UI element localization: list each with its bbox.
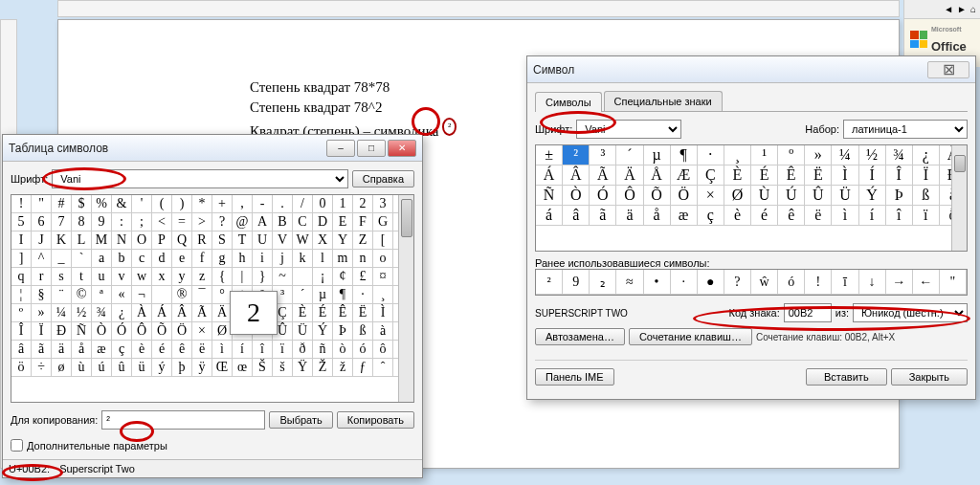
charmap-cell[interactable]: E [333, 213, 353, 231]
charmap-cell[interactable]: B [273, 213, 293, 231]
charmap-cell[interactable]: ¦ [11, 286, 32, 304]
symbol-cell[interactable]: × [698, 186, 724, 206]
charmap-cell[interactable]: { [212, 268, 233, 286]
charmap-cell[interactable]: 9 [92, 213, 112, 231]
charmap-cell[interactable]: ÷ [32, 359, 52, 377]
charmap-cell[interactable]: £ [353, 268, 373, 286]
charmap-cell[interactable]: æ [92, 341, 112, 359]
charmap-grid[interactable]: !"#$%&'()*+,-./0123456789:;<=>?@ABCDEFGH… [11, 194, 414, 403]
symbol-cell[interactable]: Ò [563, 186, 590, 206]
charmap-cell[interactable]: | [233, 268, 253, 286]
charmap-cell[interactable]: d [152, 250, 172, 268]
minimize-button[interactable]: – [326, 140, 355, 157]
charmap-cell[interactable]: ž [333, 359, 353, 377]
charmap-cell[interactable]: ´ [293, 286, 313, 304]
charmap-cell[interactable]: < [152, 213, 172, 231]
charmap-cell[interactable]: è [132, 341, 152, 359]
charmap-cell[interactable]: I [11, 231, 32, 250]
charmap-cell[interactable]: 1 [333, 195, 353, 213]
charmap-cell[interactable]: ? [212, 213, 233, 231]
charmap-cell[interactable]: ü [132, 359, 152, 377]
charmap-cell[interactable]: ~ [273, 268, 293, 286]
charmap-cell[interactable]: ë [192, 341, 212, 359]
charmap-cell[interactable]: / [293, 195, 313, 213]
charmap-cell[interactable]: ( [152, 195, 172, 213]
charmap-cell[interactable]: û [112, 359, 132, 377]
charmap-cell[interactable]: } [253, 268, 273, 286]
recent-cell[interactable]: ← [913, 270, 940, 295]
symbol-cell[interactable]: Ý [859, 186, 886, 206]
charmap-cell[interactable]: ª [92, 286, 112, 304]
charmap-cell[interactable]: h [233, 250, 253, 268]
charmap-cell[interactable]: + [212, 195, 233, 213]
symbol-cell[interactable]: ç [698, 206, 724, 226]
charmap-cell[interactable]: Z [353, 231, 373, 250]
symbol-cell[interactable]: ³ [590, 145, 616, 165]
symbol-cell[interactable]: Ö [671, 186, 698, 206]
symbol-cell[interactable]: ½ [859, 145, 886, 165]
charmap-cell[interactable]: % [92, 195, 112, 213]
charmap-cell[interactable]: é [152, 341, 172, 359]
charmap-cell[interactable]: V [273, 231, 293, 250]
charmap-cell[interactable]: ý [152, 359, 172, 377]
charmap-cell[interactable]: ¡ [313, 268, 333, 286]
symbol-cell[interactable]: Ø [724, 186, 751, 206]
charmap-cell[interactable]: C [293, 213, 313, 231]
charmap-cell[interactable]: ¬ [132, 286, 152, 304]
recent-cell[interactable]: ó [778, 270, 805, 295]
charmap-cell[interactable]: â [11, 341, 32, 359]
charmap-cell[interactable]: ' [132, 195, 152, 213]
symbol-cell[interactable]: Ê [778, 165, 805, 186]
recent-cell[interactable]: ● [698, 270, 724, 295]
charmap-cell[interactable]: Ò [92, 322, 112, 341]
charmap-cell[interactable]: Ÿ [293, 359, 313, 377]
charmap-cell[interactable]: À [132, 304, 152, 322]
charmap-cell[interactable]: 3 [373, 195, 393, 213]
charmap-cell[interactable]: » [32, 304, 52, 322]
symbol-cell[interactable]: » [805, 145, 832, 165]
home-icon[interactable]: ⌂ [970, 4, 976, 14]
charmap-cell[interactable]: a [92, 250, 112, 268]
charmap-cell[interactable]: c [132, 250, 152, 268]
maximize-button[interactable]: □ [357, 140, 386, 157]
symbol-cell[interactable]: ¸ [724, 145, 751, 165]
charmap-cell[interactable]: k [293, 250, 313, 268]
charmap-cell[interactable]: Ü [293, 322, 313, 341]
charmap-cell[interactable]: l [313, 250, 333, 268]
charmap-cell[interactable]: b [112, 250, 132, 268]
charmap-cell[interactable]: ^ [32, 250, 52, 268]
help-button[interactable]: Справка [352, 170, 414, 187]
charmap-cell[interactable]: ¢ [333, 268, 353, 286]
charmap-cell[interactable]: r [32, 268, 52, 286]
recent-cell[interactable]: ī [832, 270, 858, 295]
charmap-cell[interactable]: Ñ [72, 322, 92, 341]
charmap-cell[interactable]: * [192, 195, 212, 213]
forward-icon[interactable]: ► [957, 4, 967, 14]
symbol-cell[interactable]: Õ [644, 186, 671, 206]
recent-cell[interactable]: · [671, 270, 698, 295]
symbol-cell[interactable]: É [751, 165, 778, 186]
charmap-cell[interactable] [152, 286, 172, 304]
symbol-cell[interactable]: ¿ [913, 145, 940, 165]
charmap-cell[interactable]: Õ [152, 322, 172, 341]
symbol-cell[interactable]: á [536, 206, 563, 226]
symbol-cell[interactable]: ± [536, 145, 563, 165]
charmap-cell[interactable]: ê [172, 341, 192, 359]
charmap-cell[interactable]: j [273, 250, 293, 268]
recent-cell[interactable]: ? [724, 270, 751, 295]
insert-button[interactable]: Вставить [806, 368, 887, 386]
symbol-cell[interactable]: ´ [616, 145, 643, 165]
symbol-cell[interactable]: ä [616, 206, 643, 226]
recent-symbols-grid[interactable]: ²9₂≈•·●?ŵó!ī↓→←" [535, 269, 968, 296]
charmap-cell[interactable]: ƒ [353, 359, 373, 377]
charmap-cell[interactable]: o [373, 250, 393, 268]
charmap-cell[interactable]: z [192, 268, 212, 286]
symbol-cell[interactable]: â [563, 206, 590, 226]
symbol-cell[interactable]: Î [886, 165, 913, 186]
autocorrect-button[interactable]: Автозамена… [535, 328, 625, 345]
symbol-cell[interactable]: î [886, 206, 913, 226]
symbol-cell[interactable]: Û [805, 186, 832, 206]
charmap-cell[interactable]: Ý [313, 322, 333, 341]
charmap-cell[interactable]: ó [353, 341, 373, 359]
charmap-cell[interactable]: ø [52, 359, 72, 377]
